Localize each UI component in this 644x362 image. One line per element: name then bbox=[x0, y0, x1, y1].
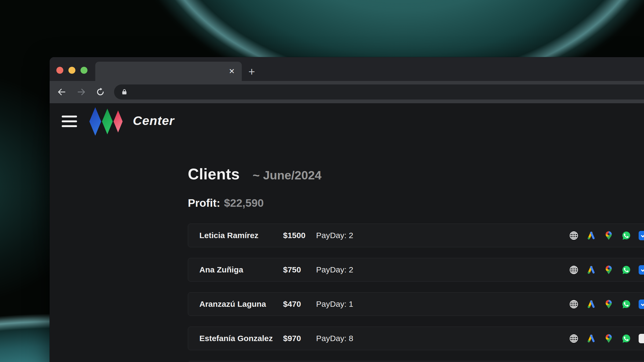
period-label: ~ June/2024 bbox=[253, 168, 321, 182]
google-ads-icon[interactable] bbox=[586, 334, 596, 343]
brand-name: Center bbox=[133, 113, 174, 128]
traffic-light-minimize[interactable] bbox=[68, 67, 75, 74]
globe-icon[interactable] bbox=[569, 299, 579, 309]
url-bar[interactable] bbox=[114, 84, 644, 99]
client-actions bbox=[569, 265, 644, 275]
google-maps-icon[interactable] bbox=[604, 299, 614, 309]
globe-icon[interactable] bbox=[569, 231, 579, 241]
google-maps-icon[interactable] bbox=[604, 334, 614, 343]
google-ads-icon[interactable] bbox=[586, 231, 596, 241]
client-row: Ana Zuñiga $750 PayDay: 2 bbox=[188, 258, 644, 282]
desktop-wallpaper: { "browser": { "traffic_lights": [ { "na… bbox=[0, 0, 644, 362]
client-row-partial bbox=[188, 361, 644, 362]
page-content: Center Clients ~ June/2024 Profit: $22,5… bbox=[50, 103, 644, 362]
client-row: Estefanía Gonzalez $970 PayDay: 8 bbox=[188, 327, 644, 350]
forward-button[interactable] bbox=[76, 87, 86, 97]
client-actions bbox=[569, 334, 644, 343]
client-payday: PayDay: 8 bbox=[316, 334, 353, 343]
globe-icon[interactable] bbox=[569, 265, 579, 275]
logo-diamond-blue bbox=[89, 107, 101, 136]
back-arrow-icon bbox=[57, 87, 67, 97]
hamburger-menu-button[interactable] bbox=[62, 116, 77, 127]
client-row: Leticia Ramírez $1500 PayDay: 2 bbox=[188, 224, 644, 247]
clients-heading: Clients bbox=[188, 165, 240, 183]
back-button[interactable] bbox=[57, 87, 67, 97]
tab-strip: ✕ + bbox=[50, 57, 644, 81]
logo-diamond-red bbox=[114, 110, 123, 132]
paid-checkbox[interactable] bbox=[639, 265, 644, 275]
check-icon bbox=[640, 266, 644, 273]
client-payday: PayDay: 2 bbox=[316, 231, 353, 240]
client-price: $470 bbox=[283, 300, 316, 309]
google-ads-icon[interactable] bbox=[586, 265, 596, 275]
profit-value: $22,590 bbox=[224, 197, 264, 209]
brand-logo[interactable] bbox=[89, 107, 123, 136]
traffic-light-close[interactable] bbox=[56, 67, 63, 74]
profit-label: Profit: bbox=[188, 197, 220, 209]
browser-tab[interactable]: ✕ bbox=[95, 62, 242, 81]
paid-checkbox[interactable] bbox=[639, 334, 644, 343]
client-price: $1500 bbox=[283, 231, 316, 240]
client-name: Estefanía Gonzalez bbox=[199, 334, 283, 343]
traffic-light-zoom[interactable] bbox=[80, 67, 87, 74]
google-ads-icon[interactable] bbox=[586, 299, 596, 309]
new-tab-button[interactable]: + bbox=[246, 66, 258, 78]
check-icon bbox=[640, 301, 644, 308]
client-row: Aranzazú Laguna $470 PayDay: 1 bbox=[188, 292, 644, 316]
browser-window: ✕ + bbox=[50, 57, 644, 362]
forward-arrow-icon bbox=[76, 87, 86, 97]
client-actions bbox=[569, 299, 644, 309]
paid-checkbox[interactable] bbox=[639, 231, 644, 240]
google-maps-icon[interactable] bbox=[604, 231, 614, 241]
client-list: Leticia Ramírez $1500 PayDay: 2 bbox=[188, 224, 644, 362]
client-name: Leticia Ramírez bbox=[199, 231, 283, 240]
browser-toolbar bbox=[50, 81, 644, 103]
client-payday: PayDay: 1 bbox=[316, 300, 353, 309]
hamburger-icon bbox=[62, 125, 77, 127]
google-maps-icon[interactable] bbox=[604, 265, 614, 275]
reload-icon bbox=[96, 87, 105, 97]
client-name: Ana Zuñiga bbox=[199, 265, 283, 274]
page-title: Clients ~ June/2024 bbox=[188, 165, 321, 183]
whatsapp-icon[interactable] bbox=[621, 265, 631, 275]
client-price: $970 bbox=[283, 334, 316, 343]
logo-diamond-green bbox=[102, 109, 113, 134]
paid-checkbox[interactable] bbox=[639, 300, 644, 309]
client-name: Aranzazú Laguna bbox=[199, 300, 283, 309]
profit-line: Profit: $22,590 bbox=[188, 197, 264, 209]
globe-icon[interactable] bbox=[569, 334, 579, 343]
reload-button[interactable] bbox=[96, 87, 105, 97]
whatsapp-icon[interactable] bbox=[621, 334, 631, 343]
tab-close-icon[interactable]: ✕ bbox=[229, 68, 235, 75]
client-price: $750 bbox=[283, 265, 316, 274]
hamburger-icon bbox=[62, 120, 77, 122]
client-payday: PayDay: 2 bbox=[316, 265, 353, 274]
lock-icon[interactable] bbox=[121, 88, 128, 95]
check-icon bbox=[640, 232, 644, 239]
whatsapp-icon[interactable] bbox=[621, 299, 631, 309]
whatsapp-icon[interactable] bbox=[621, 231, 631, 241]
hamburger-icon bbox=[62, 116, 77, 117]
client-actions bbox=[569, 231, 644, 241]
